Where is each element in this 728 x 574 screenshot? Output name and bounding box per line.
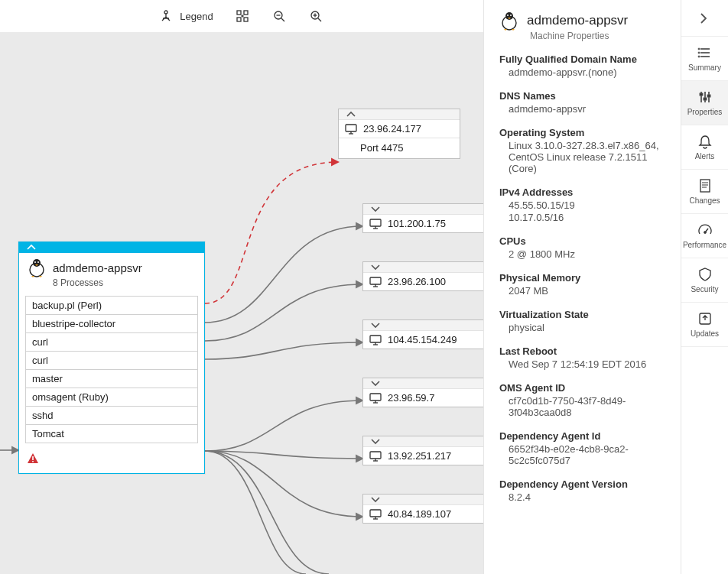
properties-icon	[697, 89, 713, 105]
rail-performance[interactable]: Performance	[681, 214, 728, 258]
chevron-up-icon	[27, 244, 34, 251]
remote-node[interactable]: 13.92.251.217	[362, 436, 485, 465]
process-item[interactable]: backup.pl (Perl)	[25, 296, 198, 315]
prop-key-cpu: CPUs	[499, 235, 668, 247]
rail-summary[interactable]: Summary	[681, 37, 728, 81]
remote-node[interactable]: 23.96.26.100	[362, 261, 485, 291]
alerts-icon	[697, 134, 713, 149]
chevron-down-icon	[371, 380, 379, 388]
process-count-label: 8 Processes	[19, 277, 204, 293]
warning-icon	[19, 449, 204, 473]
prop-key-fqdn: Fully Qualified Domain Name	[499, 54, 668, 65]
monitor-icon	[369, 451, 382, 462]
node-header[interactable]	[363, 204, 484, 215]
chevron-down-icon	[371, 206, 379, 213]
linux-icon	[27, 258, 47, 277]
properties-panel: admdemo-appsvr Machine Properties Fully …	[483, 0, 681, 574]
process-item[interactable]: sshd	[25, 407, 198, 425]
legend-button[interactable]: Legend	[160, 9, 213, 23]
node-ip-row[interactable]: 101.200.1.75	[363, 215, 484, 232]
rail-properties[interactable]: Properties	[681, 81, 728, 125]
machine-card[interactable]: admdemo-appsvr 8 Processes backup.pl (Pe…	[18, 242, 205, 474]
prop-val-cpu: 2 @ 1800 MHz	[509, 248, 668, 260]
remote-node[interactable]: 101.200.1.75	[362, 203, 485, 233]
fit-to-screen-button[interactable]	[235, 8, 250, 24]
prop-val-ipv4: 45.55.50.15/19 10.17.0.5/16	[509, 199, 668, 223]
prop-val-ipv4-2: 10.17.0.5/16	[509, 212, 668, 223]
remote-node[interactable]: 40.84.189.107	[362, 494, 485, 524]
node-ip: 40.84.189.107	[388, 508, 451, 520]
node-header[interactable]	[339, 109, 460, 120]
panel-subtitle: Machine Properties	[530, 31, 668, 41]
chevron-up-icon	[346, 111, 354, 118]
prop-val-virt: physical	[509, 322, 668, 333]
prop-key-os: Operating System	[499, 127, 668, 138]
chevron-down-icon	[371, 438, 379, 446]
dependency-canvas[interactable]: admdemo-appsvr 8 Processes backup.pl (Pe…	[0, 32, 483, 574]
rail-updates[interactable]: Updates	[681, 303, 728, 347]
node-header[interactable]	[363, 378, 484, 389]
rail-alerts[interactable]: Alerts	[681, 125, 728, 170]
prop-key-depver: Dependency Agent Version	[499, 478, 668, 490]
prop-val-reboot: Wed Sep 7 12:54:19 EDT 2016	[509, 358, 668, 370]
node-ip: 23.96.59.7	[388, 392, 434, 404]
prop-val-depver: 8.2.4	[509, 491, 668, 503]
node-header[interactable]	[363, 436, 484, 447]
fit-icon	[236, 10, 249, 22]
prop-val-mem: 2047 MB	[509, 285, 668, 297]
process-item[interactable]: bluestripe-collector	[25, 315, 198, 333]
prop-val-os: Linux 3.10.0-327.28.3.el7.x86_64, CentOS…	[509, 140, 668, 174]
updates-icon	[697, 311, 713, 326]
prop-key-oms: OMS Agent ID	[499, 382, 668, 394]
node-port[interactable]: Port 4475	[339, 138, 460, 158]
process-item[interactable]: curl	[25, 352, 198, 370]
zoom-out-button[interactable]	[271, 8, 287, 24]
prop-val-ipv4-1: 45.55.50.15/19	[509, 199, 668, 211]
process-item[interactable]: omsagent (Ruby)	[25, 388, 198, 407]
node-header[interactable]	[363, 495, 484, 505]
monitor-icon	[369, 393, 382, 404]
prop-key-virt: Virtualization State	[499, 309, 668, 320]
node-header[interactable]	[363, 320, 484, 331]
process-item[interactable]: Tomcat	[25, 425, 198, 443]
process-item[interactable]: master	[25, 370, 198, 388]
chevron-right-icon	[700, 13, 710, 24]
summary-icon	[697, 45, 713, 60]
node-ip-row[interactable]: 23.96.26.100	[363, 273, 484, 290]
node-ip: 13.92.251.217	[388, 450, 451, 462]
rail-changes[interactable]: Changes	[681, 170, 728, 214]
prop-key-depid: Dependency Agent Id	[499, 430, 668, 442]
canvas-toolbar: Legend	[0, 0, 483, 32]
linux-icon	[499, 11, 519, 31]
node-ip-row[interactable]: 40.84.189.107	[363, 505, 484, 523]
monitor-icon	[369, 277, 382, 287]
rail-properties-label: Properties	[687, 108, 723, 116]
node-ip: 23.96.24.177	[363, 123, 421, 135]
panel-title: admdemo-appsvr	[527, 13, 628, 28]
changes-icon	[697, 178, 713, 193]
remote-node[interactable]: 23.96.24.177Port 4475	[338, 109, 460, 159]
prop-val-depid: 6652f34b-e02e-4cb8-9ca2-5c2c5fc075d7	[509, 443, 668, 466]
node-ip-row[interactable]: 104.45.154.249	[363, 331, 484, 349]
collapse-panel-button[interactable]	[681, 0, 728, 37]
node-ip: 23.96.26.100	[388, 276, 446, 287]
node-ip-row[interactable]: 13.92.251.217	[363, 447, 484, 465]
security-icon	[697, 267, 713, 282]
prop-key-dns: DNS Names	[499, 90, 668, 102]
process-item[interactable]: curl	[25, 333, 198, 352]
performance-icon	[697, 222, 713, 238]
node-ip: 104.45.154.249	[388, 334, 457, 345]
rail-security-label: Security	[691, 285, 718, 293]
zoom-in-button[interactable]	[308, 8, 323, 24]
chevron-down-icon	[371, 264, 379, 271]
node-header[interactable]	[363, 262, 484, 273]
rail-summary-label: Summary	[688, 63, 721, 72]
remote-node[interactable]: 104.45.154.249	[362, 319, 485, 349]
node-ip-row[interactable]: 23.96.59.7	[363, 389, 484, 407]
rail-security[interactable]: Security	[681, 258, 728, 303]
machine-card-header[interactable]	[19, 242, 204, 253]
remote-node[interactable]: 23.96.59.7	[362, 378, 485, 407]
monitor-icon	[345, 124, 357, 135]
prop-key-reboot: Last Reboot	[499, 345, 668, 357]
node-ip-row[interactable]: 23.96.24.177	[339, 120, 460, 138]
